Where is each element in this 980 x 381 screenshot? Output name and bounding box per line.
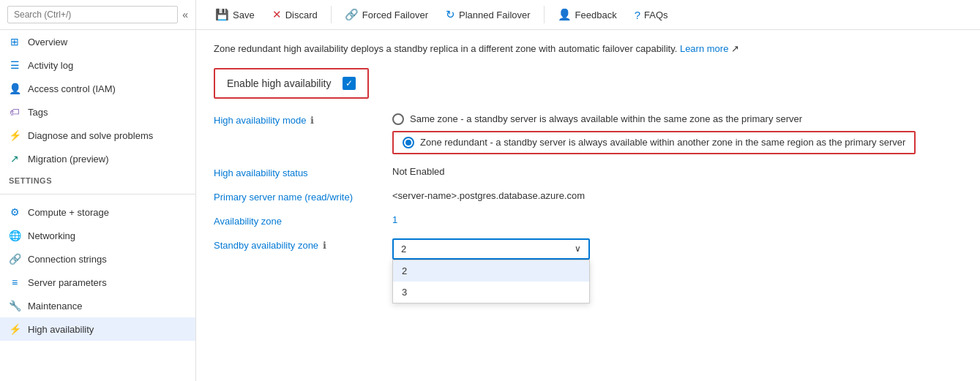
content-area: Zone redundant high availability deploys… [196, 30, 980, 381]
sidebar-item-diagnose[interactable]: ⚡ Diagnose and solve problems [0, 124, 195, 147]
discard-icon: ✕ [272, 8, 282, 21]
sidebar-item-label: High availability [28, 324, 94, 335]
sidebar-item-label: Tags [28, 107, 48, 118]
sidebar-collapse-icon[interactable]: « [182, 9, 188, 20]
standby-zone-selected-value: 2 [401, 244, 406, 254]
save-label: Save [233, 10, 255, 20]
ha-status-row: High availability status Not Enabled [214, 166, 962, 178]
primary-server-row: Primary server name (read/write) <server… [214, 190, 962, 203]
compute-storage-icon: ⚙ [9, 206, 20, 218]
server-parameters-icon: ≡ [9, 276, 20, 288]
planned-failover-label: Planned Failover [459, 10, 531, 20]
availability-zone-label: Availability zone [214, 214, 375, 227]
forced-failover-button[interactable]: 🔗 Forced Failover [337, 4, 435, 25]
feedback-label: Feedback [575, 10, 617, 20]
discard-label: Discard [285, 10, 318, 20]
standby-zone-menu: 2 3 [392, 260, 590, 303]
save-icon: 💾 [215, 8, 229, 21]
activity-log-icon: ☰ [9, 59, 20, 71]
sidebar-item-label: Activity log [28, 60, 73, 71]
access-control-icon: 👤 [9, 83, 20, 94]
sidebar-item-label: Compute + storage [28, 207, 109, 218]
primary-server-value: <server-name>.postgres.database.azure.co… [392, 190, 585, 201]
overview-icon: ⊞ [9, 36, 20, 48]
faqs-button[interactable]: ? FAQs [627, 5, 676, 25]
discard-button[interactable]: ✕ Discard [265, 4, 325, 25]
ha-mode-label: High availability mode ℹ [214, 113, 375, 126]
description-text: Zone redundant high availability deploys… [214, 42, 962, 56]
sidebar-item-networking[interactable]: 🌐 Networking [0, 224, 195, 247]
sidebar-item-server-parameters[interactable]: ≡ Server parameters [0, 271, 195, 294]
toolbar: 💾 Save ✕ Discard 🔗 Forced Failover ↻ Pla… [196, 0, 980, 30]
learn-more-link[interactable]: Learn more [680, 43, 728, 54]
faqs-icon: ? [635, 9, 640, 21]
faqs-label: FAQs [644, 10, 668, 20]
sidebar-item-high-availability[interactable]: ⚡ High availability [0, 317, 195, 341]
search-input[interactable] [7, 6, 178, 23]
ha-status-label: High availability status [214, 166, 375, 178]
radio-same-zone-circle [392, 113, 404, 125]
enable-ha-checkbox[interactable]: ✓ [343, 77, 356, 90]
migration-icon: ↗ [9, 153, 20, 165]
sidebar-item-label: Server parameters [28, 277, 107, 288]
sidebar-item-tags[interactable]: 🏷 Tags [0, 100, 195, 124]
sidebar-item-overview[interactable]: ⊞ Overview [0, 30, 195, 53]
ha-mode-row: High availability mode ℹ Same zone - a s… [214, 113, 962, 154]
planned-failover-icon: ↻ [446, 8, 455, 21]
ha-status-value: Not Enabled [392, 166, 445, 177]
sidebar-item-compute-storage[interactable]: ⚙ Compute + storage [0, 200, 195, 224]
planned-failover-button[interactable]: ↻ Planned Failover [438, 4, 538, 25]
standby-zone-info-icon[interactable]: ℹ [323, 240, 326, 251]
forced-failover-icon: 🔗 [345, 8, 359, 21]
toolbar-divider-2 [544, 6, 545, 23]
dropdown-option-2[interactable]: 2 [393, 260, 589, 282]
sidebar-item-label: Diagnose and solve problems [28, 130, 153, 141]
radio-zone-redundant-label: Zone redundant - a standby server is alw… [420, 137, 905, 148]
chevron-down-icon: ∨ [575, 244, 581, 254]
settings-divider [0, 194, 195, 195]
enable-ha-box: Enable high availability ✓ [214, 68, 369, 99]
sidebar-item-maintenance[interactable]: 🔧 Maintenance [0, 294, 195, 317]
sidebar-item-access-control[interactable]: 👤 Access control (IAM) [0, 77, 195, 100]
dropdown-option-3[interactable]: 3 [393, 282, 589, 303]
sidebar-item-label: Connection strings [28, 254, 107, 265]
standby-zone-label: Standby availability zone ℹ [214, 238, 375, 251]
ha-mode-radio-group: Same zone - a standby server is always a… [392, 113, 916, 154]
enable-ha-label: Enable high availability [227, 78, 331, 89]
connection-strings-icon: 🔗 [9, 253, 20, 265]
diagnose-icon: ⚡ [9, 129, 20, 141]
toolbar-divider-1 [331, 6, 332, 23]
sidebar-item-label: Overview [28, 37, 67, 48]
sidebar-item-label: Maintenance [28, 301, 82, 312]
sidebar: « ⊞ Overview ☰ Activity log 👤 Access con… [0, 0, 196, 381]
sidebar-item-label: Migration (preview) [28, 154, 109, 165]
sidebar-item-connection-strings[interactable]: 🔗 Connection strings [0, 247, 195, 271]
high-availability-icon: ⚡ [9, 323, 20, 335]
radio-zone-redundant[interactable]: Zone redundant - a standby server is alw… [392, 131, 916, 154]
save-button[interactable]: 💾 Save [208, 4, 262, 25]
standby-zone-row: Standby availability zone ℹ 2 ∨ 2 3 [214, 238, 962, 260]
standby-zone-dropdown-wrapper: 2 ∨ 2 3 [392, 238, 590, 260]
availability-zone-value: 1 [392, 214, 397, 225]
feedback-button[interactable]: 👤 Feedback [550, 4, 624, 25]
sidebar-search-container: « [0, 0, 195, 30]
availability-zone-row: Availability zone 1 [214, 214, 962, 227]
radio-same-zone-label: Same zone - a standby server is always a… [410, 113, 802, 124]
forced-failover-label: Forced Failover [362, 10, 428, 20]
maintenance-icon: 🔧 [9, 300, 20, 312]
standby-zone-dropdown[interactable]: 2 ∨ [392, 238, 590, 260]
sidebar-item-label: Networking [28, 230, 75, 241]
settings-section-label: Settings [0, 170, 195, 188]
radio-zone-redundant-circle [403, 137, 414, 148]
radio-same-zone[interactable]: Same zone - a standby server is always a… [392, 113, 916, 125]
networking-icon: 🌐 [9, 230, 20, 241]
sidebar-item-activity-log[interactable]: ☰ Activity log [0, 53, 195, 77]
sidebar-item-label: Access control (IAM) [28, 83, 116, 94]
sidebar-item-migration[interactable]: ↗ Migration (preview) [0, 147, 195, 170]
main-panel: 💾 Save ✕ Discard 🔗 Forced Failover ↻ Pla… [196, 0, 980, 381]
ha-mode-info-icon[interactable]: ℹ [310, 115, 314, 126]
feedback-icon: 👤 [558, 8, 572, 21]
primary-server-label: Primary server name (read/write) [214, 190, 375, 203]
tags-icon: 🏷 [9, 106, 20, 118]
